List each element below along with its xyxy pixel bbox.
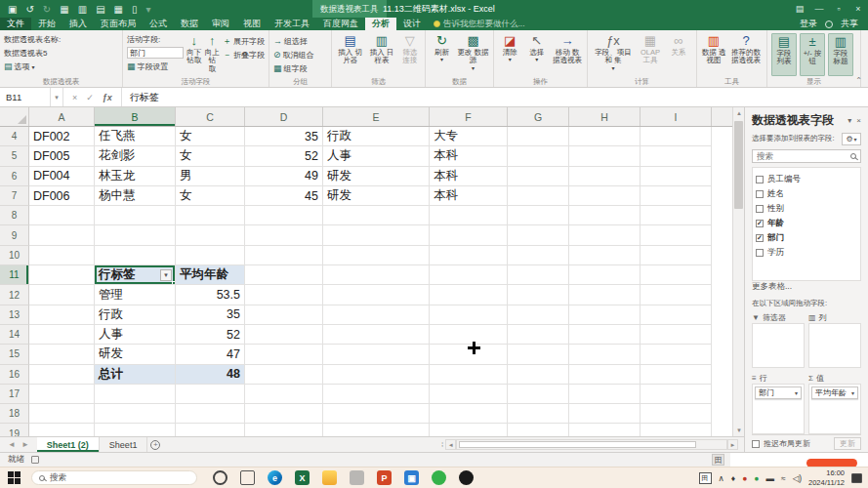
cell-A18[interactable] xyxy=(29,404,95,424)
cell-F8[interactable] xyxy=(430,206,508,225)
field-headers-toggle[interactable]: ▥ 字段 标题 xyxy=(828,33,853,76)
scroll-left-icon[interactable]: ◄ xyxy=(445,439,456,450)
save-icon[interactable]: ▣ xyxy=(8,4,17,15)
cell-G7[interactable] xyxy=(508,186,569,206)
row-header-19[interactable]: 19 xyxy=(0,424,29,436)
cell-A15[interactable] xyxy=(29,345,95,364)
cell-G9[interactable] xyxy=(508,225,569,245)
pane-close-icon[interactable]: × xyxy=(856,116,861,125)
cell-E6[interactable]: 研发 xyxy=(323,167,430,186)
cell-G13[interactable] xyxy=(508,305,569,325)
cell-F19[interactable] xyxy=(430,424,508,436)
cell-C15[interactable]: 47 xyxy=(176,345,245,364)
pivot-name-value[interactable]: 数据透视表5 xyxy=(4,47,61,59)
cell-C19[interactable] xyxy=(176,424,245,436)
sheet-prev-icon[interactable]: ◄ xyxy=(8,440,16,449)
cell-H19[interactable] xyxy=(569,424,641,436)
mic-icon[interactable]: ♦ xyxy=(731,473,735,483)
cell-H8[interactable] xyxy=(569,206,641,225)
cell-A17[interactable] xyxy=(29,385,95,404)
field-search-box[interactable] xyxy=(752,149,861,164)
cell-A12[interactable] xyxy=(29,285,95,305)
cell-F18[interactable] xyxy=(430,404,508,424)
cell-D10[interactable] xyxy=(245,246,323,265)
recommended-pivottables-button[interactable]: ? 推荐的数 据透视表 xyxy=(729,33,763,76)
tab-设计[interactable]: 设计 xyxy=(396,18,428,30)
cell-H7[interactable] xyxy=(569,186,641,206)
cell-F11[interactable] xyxy=(430,265,508,285)
collapse-ribbon-icon[interactable]: ⌃ xyxy=(855,76,862,85)
enter-icon[interactable]: ✓ xyxy=(86,93,94,102)
cell-D6[interactable]: 49 xyxy=(245,167,323,186)
cell-B19[interactable] xyxy=(95,424,176,436)
cell-F9[interactable] xyxy=(430,225,508,245)
cell-B7[interactable]: 杨中慧 xyxy=(95,186,176,206)
cell-G6[interactable] xyxy=(508,167,569,186)
volume-icon[interactable]: ◁) xyxy=(793,473,802,483)
minimize-button[interactable]: — xyxy=(809,0,829,18)
select-all-corner[interactable] xyxy=(0,107,29,126)
cell-E7[interactable]: 研发 xyxy=(323,186,430,206)
cell-B14[interactable]: 人事 xyxy=(95,325,176,345)
row-header-18[interactable]: 18 xyxy=(0,404,29,424)
expand-field-button[interactable]: ＋ 展开字段 xyxy=(223,35,265,47)
cell-B18[interactable] xyxy=(95,404,176,424)
column-header-F[interactable]: F xyxy=(430,107,508,126)
redo-icon[interactable]: ↻ xyxy=(43,4,51,15)
values-zone[interactable]: Σ值 平均年龄 ▾ xyxy=(808,372,861,434)
cell-F6[interactable]: 本科 xyxy=(430,167,508,186)
cell-H16[interactable] xyxy=(569,365,641,385)
plus-minus-buttons-toggle[interactable]: ± +/- 按钮 xyxy=(800,33,825,76)
excel-taskbar-icon[interactable]: X xyxy=(295,470,310,485)
field-checkbox[interactable] xyxy=(756,205,764,213)
row-labels-filter-icon[interactable]: ▼ xyxy=(160,269,172,281)
cell-B13[interactable]: 行政 xyxy=(95,305,176,325)
cell-C18[interactable] xyxy=(176,404,245,424)
battery-icon[interactable]: ▬ xyxy=(765,473,774,483)
cell-A11[interactable] xyxy=(29,265,95,285)
cell-B12[interactable]: 管理 xyxy=(95,285,176,305)
undo-icon[interactable]: ↺ xyxy=(25,4,33,15)
row-header-5[interactable]: 5 xyxy=(0,146,29,166)
cell-D16[interactable] xyxy=(245,365,323,385)
row-header-8[interactable]: 8 xyxy=(0,206,29,225)
field-search-input[interactable] xyxy=(757,151,850,161)
grid-view-icon[interactable]: 田 xyxy=(712,454,724,466)
cell-H6[interactable] xyxy=(569,167,641,186)
cell-B8[interactable] xyxy=(95,206,176,225)
ungroup-button[interactable]: ⊘ 取消组合 xyxy=(273,49,314,61)
cell-H14[interactable] xyxy=(569,325,641,345)
cell-I18[interactable] xyxy=(641,404,712,424)
cell-E4[interactable]: 行政 xyxy=(323,127,430,146)
tray-chevron-icon[interactable]: ∧ xyxy=(719,473,724,483)
wechat-taskbar-icon[interactable] xyxy=(432,470,446,485)
row-header-15[interactable]: 15 xyxy=(0,345,29,364)
cell-G18[interactable] xyxy=(508,404,569,424)
cell-D19[interactable] xyxy=(245,424,323,436)
update-button[interactable]: 更新 xyxy=(834,437,861,450)
refresh-button[interactable]: ↻ 刷新 ▾ xyxy=(430,33,454,76)
cell-B10[interactable] xyxy=(95,246,176,265)
row-header-10[interactable]: 10 xyxy=(0,246,29,265)
cell-F13[interactable] xyxy=(430,305,508,325)
cell-G10[interactable] xyxy=(508,246,569,265)
fields-items-sets-button[interactable]: ƒx 字段、项目和 集 ▾ xyxy=(592,33,635,76)
column-header-D[interactable]: D xyxy=(245,107,323,126)
field-item-部门[interactable]: ✓部门 xyxy=(756,230,858,245)
cell-I6[interactable] xyxy=(641,167,712,186)
cell-G11[interactable] xyxy=(508,265,569,285)
cell-D4[interactable]: 35 xyxy=(245,127,323,146)
cell-B6[interactable]: 林玉龙 xyxy=(95,167,176,186)
cell-H15[interactable] xyxy=(569,345,641,364)
values-field-chip[interactable]: 平均年龄 ▾ xyxy=(811,386,858,399)
cell-H9[interactable] xyxy=(569,225,641,245)
sheet-next-icon[interactable]: ► xyxy=(21,440,29,449)
drill-down-button[interactable]: ↓ 向下钻取 xyxy=(186,33,202,76)
cell-G17[interactable] xyxy=(508,385,569,404)
more-tables-link[interactable]: 更多表格... xyxy=(752,281,861,294)
qq-taskbar-icon[interactable] xyxy=(459,470,474,485)
cell-E12[interactable] xyxy=(323,285,430,305)
cell-E16[interactable] xyxy=(323,365,430,385)
cell-D7[interactable]: 45 xyxy=(245,186,323,206)
ribbon-options-icon[interactable]: ▤ xyxy=(790,0,809,18)
